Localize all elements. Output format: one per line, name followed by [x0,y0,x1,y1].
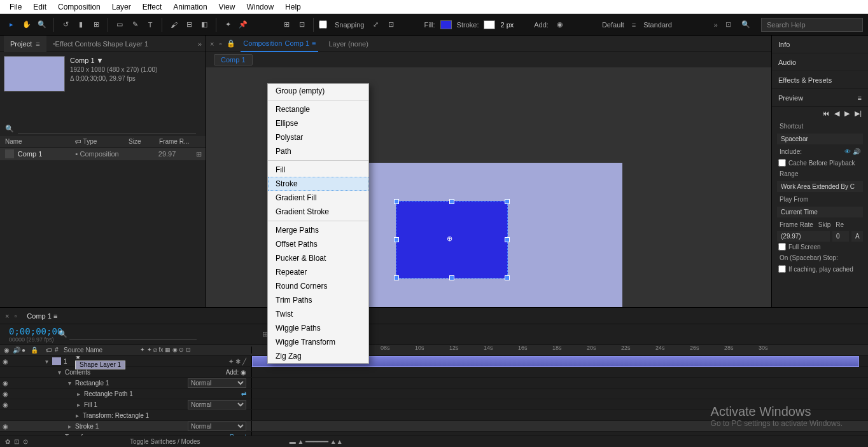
solo-icon[interactable]: ● [22,347,31,354]
rotate-tool[interactable]: ↺ [59,18,72,31]
skip-dropdown[interactable]: 0 [832,231,849,242]
timecode[interactable]: 0;00;00;00 00000 (29.97 fps) [0,326,59,343]
ctx-polystar[interactable]: Polystar [268,130,368,144]
ctx-repeater[interactable]: Repeater [268,265,368,279]
av-icon[interactable]: ◉ [4,347,13,354]
ctx-wiggle-transform[interactable]: Wiggle Transform [268,335,368,349]
ctx-twist[interactable]: Twist [268,307,368,321]
ctx-fill[interactable]: Fill [268,163,368,177]
snapping-checkbox[interactable] [319,20,327,29]
visibility-toggle[interactable]: ◉ [3,423,11,430]
tab-fx-controls[interactable]: ▫ Effect Controls Shape Layer 1 [46,36,155,52]
label-color[interactable] [52,357,61,365]
flowchart-icon[interactable]: ⊞ [196,150,202,158]
anchor-point-icon[interactable]: ⊕ [447,235,457,245]
audio-icon[interactable]: 🔊 [853,148,860,155]
timeline-search[interactable] [69,329,197,340]
ctx-wiggle-paths[interactable]: Wiggle Paths [268,321,368,335]
chevron-right-icon[interactable]: » [198,40,202,48]
resize-handle[interactable] [505,237,510,242]
twirl-icon[interactable]: ▾ [43,358,50,365]
puppet-tool[interactable]: 📌 [237,18,249,31]
framerate-dropdown[interactable]: (29.97) [777,231,830,242]
ifcache-checkbox[interactable] [778,265,786,273]
toggle-switches[interactable]: Toggle Switches / Modes [130,438,200,445]
tab-layer[interactable]: Layer (none) [323,40,373,48]
lock-col-icon[interactable]: 🔒 [31,347,39,354]
twirl-icon[interactable]: ▾ [66,380,73,387]
fullscreen-checkbox[interactable] [778,243,786,251]
ctx-merge-paths[interactable]: Merge Paths [268,223,368,237]
resize-handle[interactable] [394,237,399,242]
panel-info[interactable]: Info [772,36,868,53]
lock-icon[interactable]: 🔒 [227,39,235,48]
ctx-rectangle[interactable]: Rectangle [268,102,368,116]
ctx-gradient-fill[interactable]: Gradient Fill [268,191,368,205]
transform-rect[interactable]: Transform: Rectangle 1 [83,412,149,419]
ctx-zigzag[interactable]: Zig Zag [268,349,368,363]
search-input[interactable]: Search Help [761,18,863,32]
visibility-toggle[interactable]: ◉ [3,390,11,397]
ctx-stroke[interactable]: Stroke [268,177,368,191]
video-icon[interactable]: 👁 [844,148,851,155]
tab-project[interactable]: Project≡ [4,36,46,52]
tab-timeline-comp[interactable]: Comp 1 ≡ [22,312,62,320]
panel-fx-presets[interactable]: Effects & Presets [772,71,868,89]
add-menu-icon[interactable]: ◉ [241,369,246,376]
shortcut-dropdown[interactable]: Spacebar [777,134,863,144]
menu-icon[interactable]: ≡ [858,94,862,102]
project-item[interactable]: Comp 1 ▪ Composition 29.97 ⊞ [0,148,206,160]
twirl-icon[interactable]: ▸ [74,412,80,419]
zoom-tool[interactable]: 🔍 [36,18,48,31]
add-menu-icon[interactable]: ◉ [554,18,566,31]
shy-icon[interactable]: ✿ [5,438,10,445]
twirl-icon[interactable]: ▸ [75,390,81,397]
menu-file[interactable]: File [4,3,27,11]
tab-composition[interactable]: Composition Comp 1 ≡ [241,36,318,52]
ctx-ellipse[interactable]: Ellipse [268,116,368,130]
chevron-right-icon[interactable]: » [714,21,718,29]
label-icon[interactable]: 🏷 [46,347,55,354]
ctx-trim-paths[interactable]: Trim Paths [268,293,368,307]
grid-icon[interactable]: ⊡ [295,18,308,31]
last-frame-icon[interactable]: ▶| [855,109,862,118]
resize-handle[interactable] [505,199,510,204]
ctx-path[interactable]: Path [268,144,368,158]
close-icon[interactable]: × [210,40,214,48]
brush-tool[interactable]: 🖌 [167,18,180,31]
clone-tool[interactable]: ⊟ [183,18,195,31]
range-dropdown[interactable]: Work Area Extended By C [777,181,863,192]
ctx-gradient-stroke[interactable]: Gradient Stroke [268,205,368,219]
close-icon[interactable]: × [5,312,9,320]
play-icon[interactable]: ▶ [844,109,850,118]
audio-col-icon[interactable]: 🔊 [13,347,22,354]
snap-options-icon[interactable]: ⤢ [370,18,382,31]
fill-group[interactable]: Fill 1 [84,401,97,408]
prev-frame-icon[interactable]: ◀ [834,109,839,118]
project-search[interactable] [18,123,196,134]
panel-icon[interactable]: ⊡ [725,20,731,29]
menu-composition[interactable]: Composition [52,3,106,11]
selection-tool[interactable]: ▸ [5,18,18,31]
comp-thumbnail[interactable] [4,56,65,92]
blendmode-dropdown[interactable]: Normal [188,422,246,431]
camera-tool[interactable]: ▮ [74,18,87,31]
twirl-icon[interactable]: ▸ [75,401,81,408]
resize-handle[interactable] [505,275,510,280]
panel-audio[interactable]: Audio [772,53,868,71]
rect-path[interactable]: Rectangle Path 1 [84,390,133,397]
frame-blend-icon[interactable]: ⊡ [14,438,19,445]
hand-tool[interactable]: ✋ [20,18,33,31]
rectangle-group[interactable]: Rectangle 1 [75,380,109,387]
menu-animation[interactable]: Animation [167,3,213,11]
contents-group[interactable]: Contents [65,369,90,376]
stroke-group[interactable]: Stroke 1 [75,423,99,430]
res-dropdown[interactable]: A [851,231,863,242]
blendmode-dropdown[interactable]: Normal [188,378,246,388]
roto-tool[interactable]: ✦ [221,18,234,31]
menu-help[interactable]: Help [279,3,307,11]
blendmode-dropdown[interactable]: Normal [188,400,246,409]
fill-swatch[interactable] [440,20,452,29]
playfrom-dropdown[interactable]: Current Time [777,207,863,217]
ctx-round-corners[interactable]: Round Corners [268,279,368,293]
